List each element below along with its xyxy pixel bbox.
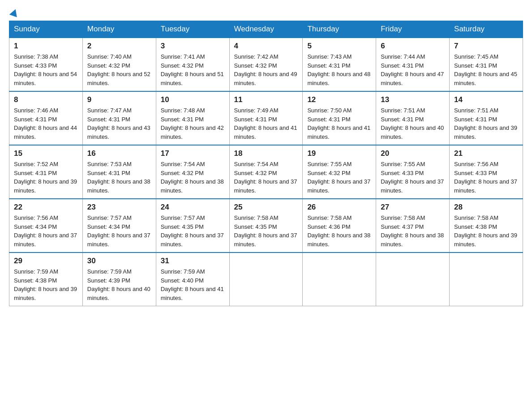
calendar-day-cell: 17Sunrise: 7:54 AMSunset: 4:32 PMDayligh… (156, 145, 229, 199)
day-info: Sunrise: 7:49 AMSunset: 4:31 PMDaylight:… (234, 106, 298, 141)
calendar-day-cell: 22Sunrise: 7:56 AMSunset: 4:34 PMDayligh… (9, 199, 83, 253)
day-number: 17 (161, 149, 225, 158)
empty-cell (229, 253, 303, 306)
day-info: Sunrise: 7:52 AMSunset: 4:31 PMDaylight:… (14, 160, 78, 195)
day-info: Sunrise: 7:38 AMSunset: 4:33 PMDaylight:… (14, 52, 78, 87)
calendar-day-cell: 16Sunrise: 7:53 AMSunset: 4:31 PMDayligh… (82, 145, 156, 199)
day-info: Sunrise: 7:58 AMSunset: 4:36 PMDaylight:… (307, 214, 371, 248)
day-info: Sunrise: 7:46 AMSunset: 4:31 PMDaylight:… (14, 106, 78, 141)
day-number: 14 (454, 95, 518, 104)
day-of-week-header: Tuesday (156, 21, 229, 38)
day-of-week-header: Wednesday (229, 21, 303, 38)
calendar-day-cell: 3Sunrise: 7:41 AMSunset: 4:32 PMDaylight… (156, 38, 229, 91)
day-info: Sunrise: 7:57 AMSunset: 4:35 PMDaylight:… (161, 214, 225, 248)
day-number: 26 (307, 203, 371, 212)
calendar-day-cell: 23Sunrise: 7:57 AMSunset: 4:34 PMDayligh… (82, 199, 156, 253)
day-info: Sunrise: 7:40 AMSunset: 4:32 PMDaylight:… (87, 52, 151, 87)
day-number: 9 (87, 95, 151, 104)
calendar-day-cell: 26Sunrise: 7:58 AMSunset: 4:36 PMDayligh… (303, 199, 376, 253)
day-info: Sunrise: 7:44 AMSunset: 4:31 PMDaylight:… (381, 52, 445, 87)
calendar-day-cell: 1Sunrise: 7:38 AMSunset: 4:33 PMDaylight… (9, 38, 83, 91)
day-info: Sunrise: 7:58 AMSunset: 4:38 PMDaylight:… (454, 214, 518, 248)
calendar-day-cell: 15Sunrise: 7:52 AMSunset: 4:31 PMDayligh… (9, 145, 83, 199)
day-number: 19 (307, 149, 371, 158)
day-number: 21 (454, 149, 518, 158)
page-header (9, 9, 523, 16)
calendar-day-cell: 18Sunrise: 7:54 AMSunset: 4:32 PMDayligh… (229, 145, 303, 199)
calendar-day-cell: 14Sunrise: 7:51 AMSunset: 4:31 PMDayligh… (450, 91, 523, 145)
calendar-week-row: 15Sunrise: 7:52 AMSunset: 4:31 PMDayligh… (9, 145, 523, 199)
calendar-day-cell: 27Sunrise: 7:58 AMSunset: 4:37 PMDayligh… (376, 199, 450, 253)
day-number: 30 (87, 257, 151, 265)
calendar-week-row: 8Sunrise: 7:46 AMSunset: 4:31 PMDaylight… (9, 91, 523, 145)
day-number: 23 (87, 203, 151, 212)
day-number: 25 (234, 203, 298, 212)
day-number: 16 (87, 149, 151, 158)
day-info: Sunrise: 7:41 AMSunset: 4:32 PMDaylight:… (161, 52, 225, 87)
day-info: Sunrise: 7:57 AMSunset: 4:34 PMDaylight:… (87, 214, 151, 248)
day-number: 13 (381, 95, 445, 104)
calendar-week-row: 1Sunrise: 7:38 AMSunset: 4:33 PMDaylight… (9, 38, 523, 91)
day-number: 1 (14, 42, 78, 51)
day-number: 10 (161, 95, 225, 104)
day-info: Sunrise: 7:55 AMSunset: 4:33 PMDaylight:… (381, 160, 445, 195)
calendar-week-row: 29Sunrise: 7:59 AMSunset: 4:38 PMDayligh… (9, 253, 523, 306)
day-number: 11 (234, 95, 298, 104)
calendar-day-cell: 20Sunrise: 7:55 AMSunset: 4:33 PMDayligh… (376, 145, 450, 199)
day-of-week-header: Thursday (303, 21, 376, 38)
calendar-day-cell: 31Sunrise: 7:59 AMSunset: 4:40 PMDayligh… (156, 253, 229, 306)
day-number: 20 (381, 149, 445, 158)
day-number: 24 (161, 203, 225, 212)
day-info: Sunrise: 7:53 AMSunset: 4:31 PMDaylight:… (87, 160, 151, 195)
calendar-day-cell: 4Sunrise: 7:42 AMSunset: 4:32 PMDaylight… (229, 38, 303, 91)
logo-general (9, 9, 18, 16)
day-info: Sunrise: 7:56 AMSunset: 4:34 PMDaylight:… (14, 214, 78, 248)
day-of-week-header: Saturday (450, 21, 523, 38)
day-number: 3 (161, 42, 225, 51)
empty-cell (303, 253, 376, 306)
day-number: 15 (14, 149, 78, 158)
day-info: Sunrise: 7:55 AMSunset: 4:32 PMDaylight:… (307, 160, 371, 195)
calendar-day-cell: 13Sunrise: 7:51 AMSunset: 4:31 PMDayligh… (376, 91, 450, 145)
day-info: Sunrise: 7:54 AMSunset: 4:32 PMDaylight:… (161, 160, 225, 195)
day-info: Sunrise: 7:59 AMSunset: 4:39 PMDaylight:… (87, 267, 151, 302)
day-info: Sunrise: 7:58 AMSunset: 4:37 PMDaylight:… (381, 214, 445, 248)
calendar-day-cell: 19Sunrise: 7:55 AMSunset: 4:32 PMDayligh… (303, 145, 376, 199)
day-info: Sunrise: 7:56 AMSunset: 4:33 PMDaylight:… (454, 160, 518, 195)
calendar-day-cell: 8Sunrise: 7:46 AMSunset: 4:31 PMDaylight… (9, 91, 83, 145)
day-info: Sunrise: 7:51 AMSunset: 4:31 PMDaylight:… (381, 106, 445, 141)
calendar-day-cell: 6Sunrise: 7:44 AMSunset: 4:31 PMDaylight… (376, 38, 450, 91)
day-number: 27 (381, 203, 445, 212)
calendar-day-cell: 25Sunrise: 7:58 AMSunset: 4:35 PMDayligh… (229, 199, 303, 253)
day-info: Sunrise: 7:54 AMSunset: 4:32 PMDaylight:… (234, 160, 298, 195)
calendar-day-cell: 30Sunrise: 7:59 AMSunset: 4:39 PMDayligh… (82, 253, 156, 306)
calendar-day-cell: 9Sunrise: 7:47 AMSunset: 4:31 PMDaylight… (82, 91, 156, 145)
empty-cell (450, 253, 523, 306)
day-info: Sunrise: 7:43 AMSunset: 4:31 PMDaylight:… (307, 52, 371, 87)
day-number: 29 (14, 257, 78, 265)
day-number: 7 (454, 42, 518, 51)
day-number: 5 (307, 42, 371, 51)
day-of-week-header: Friday (376, 21, 450, 38)
day-info: Sunrise: 7:58 AMSunset: 4:35 PMDaylight:… (234, 214, 298, 248)
day-number: 2 (87, 42, 151, 51)
logo-triangle-icon (9, 8, 19, 17)
calendar-table: SundayMondayTuesdayWednesdayThursdayFrid… (9, 21, 523, 306)
day-info: Sunrise: 7:59 AMSunset: 4:38 PMDaylight:… (14, 267, 78, 302)
day-of-week-header: Monday (82, 21, 156, 38)
day-number: 18 (234, 149, 298, 158)
day-info: Sunrise: 7:47 AMSunset: 4:31 PMDaylight:… (87, 106, 151, 141)
calendar-day-cell: 2Sunrise: 7:40 AMSunset: 4:32 PMDaylight… (82, 38, 156, 91)
day-number: 4 (234, 42, 298, 51)
day-info: Sunrise: 7:50 AMSunset: 4:31 PMDaylight:… (307, 106, 371, 141)
logo (9, 9, 18, 16)
calendar-day-cell: 29Sunrise: 7:59 AMSunset: 4:38 PMDayligh… (9, 253, 83, 306)
day-of-week-header: Sunday (9, 21, 83, 38)
calendar-day-cell: 11Sunrise: 7:49 AMSunset: 4:31 PMDayligh… (229, 91, 303, 145)
day-info: Sunrise: 7:59 AMSunset: 4:40 PMDaylight:… (161, 267, 225, 302)
calendar-day-cell: 24Sunrise: 7:57 AMSunset: 4:35 PMDayligh… (156, 199, 229, 253)
day-number: 31 (161, 257, 225, 265)
day-number: 12 (307, 95, 371, 104)
empty-cell (376, 253, 450, 306)
day-number: 8 (14, 95, 78, 104)
